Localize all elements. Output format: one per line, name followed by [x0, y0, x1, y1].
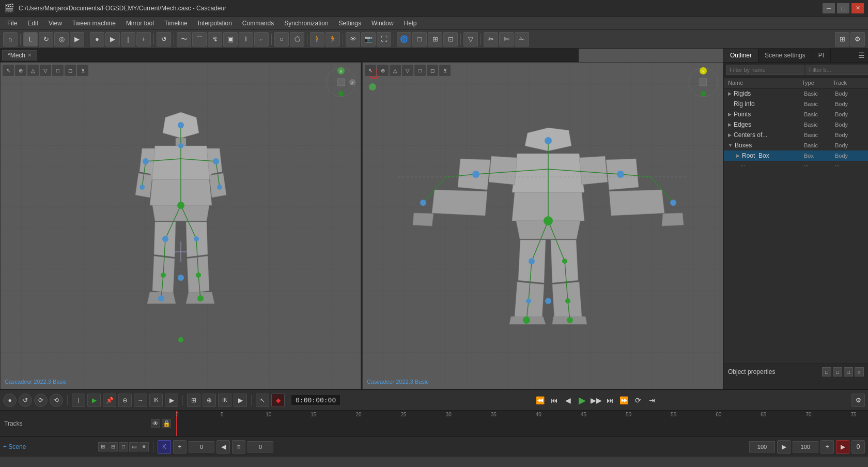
play-back-fast-btn[interactable]: ⏪ [534, 394, 547, 406]
menu-settings[interactable]: Settings [334, 19, 366, 28]
t-btn[interactable]: T [239, 32, 253, 47]
curve-btn[interactable]: ⌒ [192, 32, 207, 47]
scissors3-btn[interactable]: ✁ [515, 32, 529, 47]
tl-settings-btn[interactable]: ⚙ [851, 394, 865, 407]
home-button[interactable]: ⌂ [3, 32, 18, 47]
prev-key-btn[interactable]: ◀ [216, 440, 230, 454]
fps-inc-btn[interactable]: ▶ [777, 440, 791, 454]
cross-btn[interactable]: ⊕ [203, 394, 216, 407]
menu-tween[interactable]: Tween machine [67, 19, 121, 28]
rvp-move-btn[interactable]: ⊕ [377, 65, 389, 76]
fps-input[interactable]: 100 [749, 441, 775, 453]
scissors1-btn[interactable]: ✂ [484, 32, 498, 47]
scene-add-label[interactable]: + Scene [3, 443, 26, 450]
dot-btn[interactable]: ● [90, 32, 104, 47]
scene-icon-3[interactable]: □ [119, 442, 128, 451]
plus-btn[interactable]: + [136, 32, 151, 47]
pin-btn[interactable]: 📌 [103, 394, 116, 407]
fps2-input[interactable] [793, 441, 818, 453]
right-viewport[interactable]: ↖ ⊕ △ ▽ □ ◻ ⊻ [362, 62, 723, 389]
scene-icon-2[interactable]: ⊟ [109, 442, 118, 451]
ik2-btn[interactable]: IK [218, 394, 231, 407]
target-button[interactable]: ◎ [54, 32, 69, 47]
frame-input[interactable] [189, 441, 214, 453]
tab-close-icon[interactable]: ✕ [27, 52, 32, 58]
square-sel-btn[interactable]: ⊞ [187, 394, 200, 407]
vp-select-btn[interactable]: ↖ [3, 65, 14, 76]
outliner-menu-btn[interactable]: ☰ [858, 51, 865, 59]
record-btn[interactable]: ● [3, 394, 17, 407]
mech-tab[interactable]: *Mech ✕ [2, 50, 37, 61]
play-forward-btn[interactable]: ▶ [576, 394, 588, 406]
loop3-btn[interactable]: ⟳ [632, 394, 644, 406]
list-item[interactable]: ▶ Edges Basic Body [724, 119, 868, 130]
spiral-btn[interactable]: 🌀 [397, 32, 411, 47]
loop2-btn[interactable]: ⟳ [34, 394, 48, 407]
rvp-select-btn[interactable]: ↖ [365, 65, 376, 76]
vp-filter-btn[interactable]: ▽ [40, 65, 51, 76]
list-item[interactable]: ▶ Rig info Basic Body [724, 99, 868, 109]
list-item[interactable]: ▶ Centers of... Basic Body [724, 130, 868, 140]
tab-pi[interactable]: PI [812, 49, 831, 62]
vp-rotate-btn[interactable]: △ [27, 65, 39, 76]
menu-commands[interactable]: Commands [237, 19, 279, 28]
prop-icon-3[interactable]: □ [844, 367, 853, 376]
left-viewport[interactable]: ↖ ⊕ △ ▽ □ ◻ ⊻ [0, 62, 361, 389]
rvp-rotate-btn[interactable]: △ [390, 65, 401, 76]
prop-icon-1[interactable]: □ [822, 367, 831, 376]
frame-end-input[interactable] [247, 441, 273, 453]
vp-arrow-btn[interactable]: ⊻ [77, 65, 88, 76]
wave-btn[interactable]: 〜 [177, 32, 191, 47]
expand-btn[interactable]: ⛶ [377, 32, 391, 47]
filter-type-input[interactable] [805, 65, 868, 75]
key-button[interactable]: | [72, 394, 85, 407]
add-key-btn[interactable]: + [173, 440, 187, 454]
layout-btn[interactable]: ⊞ [835, 32, 849, 47]
scissors2-btn[interactable]: ✄ [499, 32, 514, 47]
step-loop-btn[interactable]: ⟲ [50, 394, 63, 407]
red-marker-btn[interactable]: ◆ [271, 394, 285, 407]
menu-edit[interactable]: Edit [22, 19, 43, 28]
arrow-btn[interactable]: ▶ [70, 32, 84, 47]
play-tl-btn[interactable]: ▶ [87, 394, 101, 407]
select-button[interactable]: L [23, 32, 38, 47]
rvp-arrow-btn[interactable]: ⊻ [439, 65, 451, 76]
menu-file[interactable]: File [2, 19, 22, 28]
man-btn[interactable]: 🚶 [310, 32, 324, 47]
to-end-btn[interactable]: ⇥ [646, 394, 658, 406]
timeline-ruler[interactable]: 0 5 10 15 20 25 30 35 40 45 50 55 60 65 … [176, 411, 868, 436]
cursor-btn[interactable]: ↖ [256, 394, 269, 407]
minimize-button[interactable]: ─ [823, 3, 835, 13]
track-lock-btn[interactable]: 🔒 [162, 419, 171, 428]
tab-scene-settings[interactable]: Scene settings [758, 49, 812, 62]
list-item-rootbox[interactable]: ▶ Root_Box Box Body [724, 150, 868, 161]
scene-icon-1[interactable]: ⊞ [98, 442, 107, 451]
rotate-button[interactable]: ↻ [39, 32, 53, 47]
vp-move-btn[interactable]: ⊕ [15, 65, 26, 76]
ik-btn[interactable]: IK [149, 394, 163, 407]
refresh-btn[interactable]: ↺ [157, 32, 171, 47]
grid4b-btn[interactable]: ⊡ [443, 32, 458, 47]
menu-mirror[interactable]: Mirror tool [121, 19, 159, 28]
maximize-button[interactable]: □ [837, 3, 849, 13]
box-small-btn[interactable]: ▣ [223, 32, 238, 47]
rvp-box-btn[interactable]: □ [414, 65, 426, 76]
prop-icon-4[interactable]: ≡ [855, 367, 864, 376]
key-frame-btn[interactable]: K [158, 440, 171, 454]
tl-end-btn[interactable]: 0 [851, 440, 865, 454]
grid4-btn[interactable]: ⊞ [428, 32, 442, 47]
menu-window[interactable]: Window [366, 19, 399, 28]
fps-plus-btn[interactable]: + [820, 440, 834, 454]
step-fwd-btn[interactable]: ⏭ [604, 394, 616, 406]
arrow-down-btn[interactable]: ↯ [208, 32, 222, 47]
menu-help[interactable]: Help [399, 19, 422, 28]
record-main-btn[interactable]: ▶ [836, 440, 849, 454]
rvp-filter-btn[interactable]: ▽ [402, 65, 413, 76]
list-item-more[interactable]: ··· ··· ··· [724, 161, 868, 170]
cam-btn[interactable]: 📷 [361, 32, 376, 47]
pentagon-btn[interactable]: ⬠ [290, 32, 304, 47]
menu-interpolation[interactable]: Interpolation [193, 19, 237, 28]
step-back-btn[interactable]: ⏮ [548, 394, 561, 406]
list-item[interactable]: ▶ Rigids Basic Body [724, 88, 868, 99]
scene-icon-5[interactable]: ≡ [140, 442, 149, 451]
